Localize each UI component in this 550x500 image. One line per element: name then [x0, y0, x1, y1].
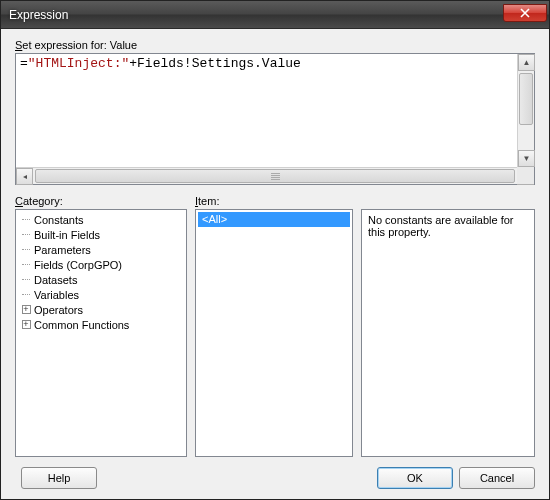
expression-dialog: Expression Set expression for: Value ="H… — [0, 0, 550, 500]
list-item-all[interactable]: <All> — [198, 212, 350, 227]
tree-item-label: Operators — [34, 304, 83, 316]
tree-item-operators[interactable]: + Operators — [18, 302, 184, 317]
scroll-down-button[interactable]: ▼ — [518, 150, 535, 167]
window-title: Expression — [9, 8, 503, 22]
tree-item-label: Constants — [34, 214, 84, 226]
item-label: Item: — [195, 195, 353, 207]
tree-connector-icon — [20, 259, 32, 271]
tree-connector-icon — [20, 274, 32, 286]
tree-connector-icon — [20, 244, 32, 256]
tree-item-datasets[interactable]: Datasets — [18, 272, 184, 287]
chevron-up-icon: ▲ — [523, 59, 531, 67]
tree-item-label: Built-in Fields — [34, 229, 100, 241]
horizontal-scrollbar[interactable]: ◂ ▸ — [16, 167, 534, 184]
token-identifier: Fields!Settings.Value — [137, 56, 301, 71]
description-box: No constants are available for this prop… — [361, 209, 535, 457]
chevron-down-icon: ▼ — [523, 155, 531, 163]
horizontal-scroll-track[interactable] — [33, 168, 517, 184]
category-panel: Category: Constants Built-in Fields Para… — [15, 195, 187, 457]
cancel-button[interactable]: Cancel — [459, 467, 535, 489]
tree-item-label: Common Functions — [34, 319, 129, 331]
item-list[interactable]: <All> — [195, 209, 353, 457]
button-bar: Help OK Cancel — [15, 467, 535, 489]
category-tree[interactable]: Constants Built-in Fields Parameters Fie… — [15, 209, 187, 457]
tree-item-label: Variables — [34, 289, 79, 301]
expression-text[interactable]: ="HTMLInject:"+Fields!Settings.Value — [16, 54, 534, 184]
tree-item-label: Datasets — [34, 274, 77, 286]
plus-icon: + — [22, 320, 31, 329]
ok-button[interactable]: OK — [377, 467, 453, 489]
token-equals: = — [20, 56, 28, 71]
scroll-left-button[interactable]: ◂ — [16, 168, 33, 185]
tree-item-variables[interactable]: Variables — [18, 287, 184, 302]
tree-item-fields[interactable]: Fields (CorpGPO) — [18, 257, 184, 272]
expression-editor[interactable]: ="HTMLInject:"+Fields!Settings.Value ▲ ▼… — [15, 53, 535, 185]
description-panel: No constants are available for this prop… — [361, 195, 535, 457]
vertical-scrollbar[interactable]: ▲ ▼ — [517, 54, 534, 167]
scrollbar-corner — [517, 167, 534, 184]
chevron-left-icon: ◂ — [23, 173, 27, 181]
horizontal-scroll-thumb[interactable] — [35, 169, 515, 183]
scroll-grip-icon — [271, 173, 280, 180]
set-expression-label: Set expression for: Value — [15, 39, 535, 51]
category-label: Category: — [15, 195, 187, 207]
description-spacer — [361, 195, 535, 207]
vertical-scroll-thumb[interactable] — [519, 73, 533, 125]
tree-connector-icon — [20, 289, 32, 301]
token-string: "HTMLInject:" — [28, 56, 129, 71]
panels: Category: Constants Built-in Fields Para… — [15, 195, 535, 457]
vertical-scroll-track[interactable] — [518, 71, 534, 150]
plus-icon: + — [22, 305, 31, 314]
dialog-body: Set expression for: Value ="HTMLInject:"… — [1, 29, 549, 499]
expand-toggle[interactable]: + — [20, 319, 32, 331]
tree-item-constants[interactable]: Constants — [18, 212, 184, 227]
tree-connector-icon — [20, 214, 32, 226]
description-text: No constants are available for this prop… — [364, 212, 532, 240]
tree-item-label: Parameters — [34, 244, 91, 256]
help-button[interactable]: Help — [21, 467, 97, 489]
tree-item-builtin-fields[interactable]: Built-in Fields — [18, 227, 184, 242]
close-button[interactable] — [503, 4, 547, 22]
close-icon — [520, 8, 530, 18]
tree-item-label: Fields (CorpGPO) — [34, 259, 122, 271]
item-panel: Item: <All> — [195, 195, 353, 457]
titlebar[interactable]: Expression — [1, 1, 549, 29]
tree-item-parameters[interactable]: Parameters — [18, 242, 184, 257]
expand-toggle[interactable]: + — [20, 304, 32, 316]
tree-item-common-functions[interactable]: + Common Functions — [18, 317, 184, 332]
token-plus: + — [129, 56, 137, 71]
tree-connector-icon — [20, 229, 32, 241]
scroll-up-button[interactable]: ▲ — [518, 54, 535, 71]
